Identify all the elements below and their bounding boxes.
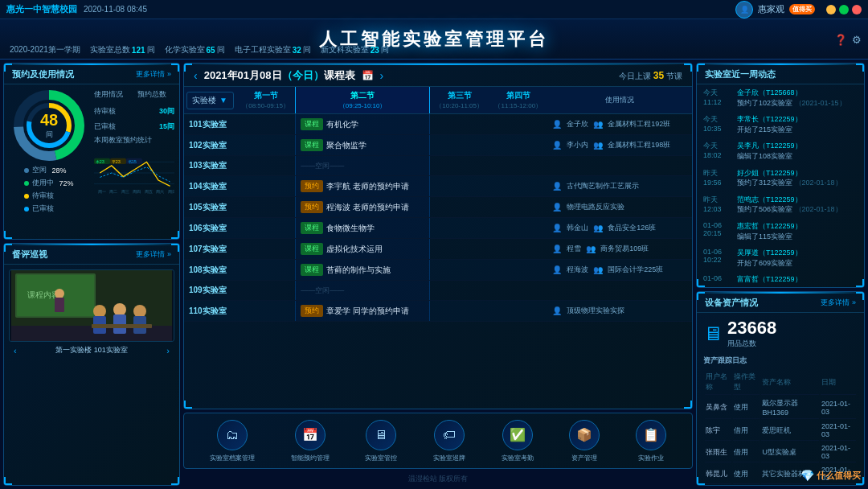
useinfo-cell [547, 156, 692, 176]
minimize-button[interactable] [826, 5, 836, 14]
usage-stats-label: 使用情况 预约总数 [94, 89, 174, 100]
period2-cell: ——空闲—— [296, 156, 430, 176]
act-time: 今天 11:12 [703, 88, 732, 108]
bottom-icon-item[interactable]: 🗂 实验室档案管理 [210, 420, 255, 462]
window-controls [826, 5, 862, 14]
course-name: 程海波 老师的预约申请 [326, 202, 409, 213]
equip-count: 🖥 23668 用品总数 [703, 318, 858, 349]
log-op: 使用 [733, 464, 760, 484]
bottom-icon-item[interactable]: 📦 资产管理 [569, 420, 600, 462]
act-user: 吴李凡（T122259） [737, 142, 802, 150]
svg-text:周三: 周三 [121, 189, 129, 194]
schedule-date: 2021年01月08日（今日）课程表 [204, 68, 355, 83]
date-prev[interactable]: ‹ [194, 69, 198, 82]
reservation-stats: 本周教室预约统计 周一 周二 [94, 132, 174, 202]
useinfo-cell: 👤 程海波 👥 国际会计学225班 [547, 260, 692, 281]
period1-cell [236, 197, 296, 218]
act-action: 预约了506实验室 [737, 205, 792, 213]
titlebar-datetime: 2020-11-08 08:45 [84, 5, 147, 14]
close-button[interactable] [852, 5, 862, 14]
class-name: 食品安全126班 [608, 223, 656, 233]
bottom-icon-circle: 🏷 [434, 420, 465, 450]
table-row: 104实验室 预约 李宇航 老师的预约申请 👤 古代陶艺制作工艺展示 [184, 176, 692, 197]
activity-item: 01-06 10:22 富富哲（T122259） 删除了311实验室 [703, 274, 858, 284]
period4-cell [489, 239, 547, 260]
th-period2: 第二节 （09:25-10:10） [296, 87, 430, 114]
camera-location: 第一实验楼 101实验室 [55, 345, 128, 355]
period2-content: 预约 程海波 老师的预约申请 [301, 201, 424, 213]
table-row: 106实验室 课程 食物微生物学 👤 韩金山 👥 食品安全126班 [184, 218, 692, 239]
period4-cell [489, 135, 547, 156]
lab-selector[interactable]: 实验楼 ▼ [186, 92, 234, 109]
usage-title: 预约及使用情况 [12, 68, 74, 80]
log-date: 2021-01-03 [821, 442, 856, 462]
donut-chart: 48 间 [13, 89, 85, 162]
period4-cell [489, 281, 547, 301]
activity-item: 今天 11:12 金子欣（T125668） 预约了102实验室 （2021-01… [703, 88, 858, 108]
calendar-icon[interactable]: 📅 [362, 70, 374, 81]
footer: 温湿检站 版权所有 [183, 472, 693, 486]
tag-course: 课程 [301, 222, 323, 234]
bottom-icon-item[interactable]: 🖥 实验室管控 [365, 420, 397, 462]
log-op: 借用 [733, 442, 760, 462]
svg-text:课程内容: 课程内容 [27, 290, 59, 299]
stat-row-approved: 已审核15间 [94, 121, 174, 132]
bottom-icon-item[interactable]: 🏷 实验室巡牌 [433, 420, 465, 462]
usage-more[interactable]: 更多详情 » [136, 69, 171, 80]
equipment-title: 设备资产情况 [705, 297, 758, 309]
settings-icon[interactable]: ⚙ [852, 33, 862, 45]
legend-pending-dot [24, 194, 29, 199]
equipment-more[interactable]: 更多详情 » [821, 298, 856, 308]
period2-content: 课程 食物微生物学 [301, 222, 424, 234]
camera-next[interactable]: › [166, 346, 170, 355]
maximize-button[interactable] [839, 5, 849, 14]
log-op: 借用 [733, 421, 760, 441]
period3-cell [430, 301, 489, 322]
bottom-icons: 🗂 实验室档案管理 📅 智能预约管理 🖥 实验室管控 🏷 实验室巡牌 ✅ 实验室… [183, 413, 693, 469]
period2-content: 课程 聚合物监学 [301, 139, 424, 151]
camera-more[interactable]: 更多详情 » [136, 249, 171, 260]
table-row: 101实验室 课程 有机化学 👤 金子欣 👥 金属材料工程192班 [184, 114, 692, 135]
bottom-icon-item[interactable]: ✅ 实验室考勤 [502, 420, 534, 462]
equipment-content: 🖥 23668 用品总数 资产跟踪日志 用户名称 操作类型 资产名称 日期 [697, 313, 864, 486]
log-asset: U型实验桌 [761, 442, 819, 462]
svg-text:周四: 周四 [133, 189, 141, 194]
period2-content: 课程 苔藓的制作与实施 [301, 264, 424, 276]
camera-prev[interactable]: ‹ [14, 346, 17, 355]
useinfo-content: 👤 顶级物理实验实探 [552, 306, 687, 316]
bottom-icon-label: 智能预约管理 [291, 454, 330, 462]
period1-cell [236, 218, 296, 239]
group-icon: 👥 [593, 120, 603, 129]
period3-cell [430, 156, 489, 176]
table-row: 103实验室 ——空闲—— [184, 156, 692, 176]
teacher-name: 古代陶艺制作工艺展示 [567, 181, 639, 191]
act-text: 吴厚道（T122259） 开始了609实验室 [737, 248, 802, 268]
table-row: 108实验室 课程 苔藓的制作与实施 👤 程海波 👥 国际会计学225班 [184, 260, 692, 281]
date-next[interactable]: › [380, 69, 384, 82]
period1-cell [236, 281, 296, 301]
log-thead: 用户名称 操作类型 资产名称 日期 [705, 370, 856, 395]
person-icon: 👤 [552, 306, 562, 315]
period2-cell: ——空闲—— [296, 281, 430, 301]
log-user: 韩昆儿 [705, 464, 731, 484]
app-logo: 惠光一中智慧校园 [6, 3, 77, 15]
tag-course: 课程 [301, 264, 323, 276]
footer-text: 温湿检站 版权所有 [408, 475, 469, 483]
th-lab-selector[interactable]: 实验楼 ▼ [184, 87, 236, 114]
teacher-name: 金子欣 [567, 119, 588, 129]
useinfo-cell [547, 281, 692, 301]
reservation-chart: 周一 周二 周三 周四 周五 周六 周日 本23 平23 [94, 149, 174, 197]
useinfo-content: 👤 韩金山 👥 食品安全126班 [552, 223, 687, 233]
activity-panel: 实验室近一周动态 今天 11:12 金子欣（T125668） 预约了102实验室… [696, 63, 865, 288]
help-icon[interactable]: ❓ [834, 33, 847, 45]
schedule-table-container[interactable]: 实验楼 ▼ 第一节 （08:50-09:15） 第二节 （09:25-10:10… [184, 87, 692, 322]
bottom-icon-symbol: 📋 [643, 427, 659, 442]
right-panel: 实验室近一周动态 今天 11:12 金子欣（T125668） 预约了102实验室… [696, 63, 865, 486]
bottom-icon-item[interactable]: 📅 智能预约管理 [291, 420, 330, 462]
bottom-icon-item[interactable]: 📋 实验作业 [636, 420, 666, 462]
usage-right: 使用情况 预约总数 待审核30间 已审核15间 本周教室预约统计 [94, 89, 174, 214]
titlebar-right: 👤 惠家观 值得买 [735, 1, 862, 18]
lab-selector-label: 实验楼 [192, 95, 216, 106]
svg-rect-33 [92, 324, 152, 328]
course-name: 虚拟化技术运用 [326, 244, 383, 255]
